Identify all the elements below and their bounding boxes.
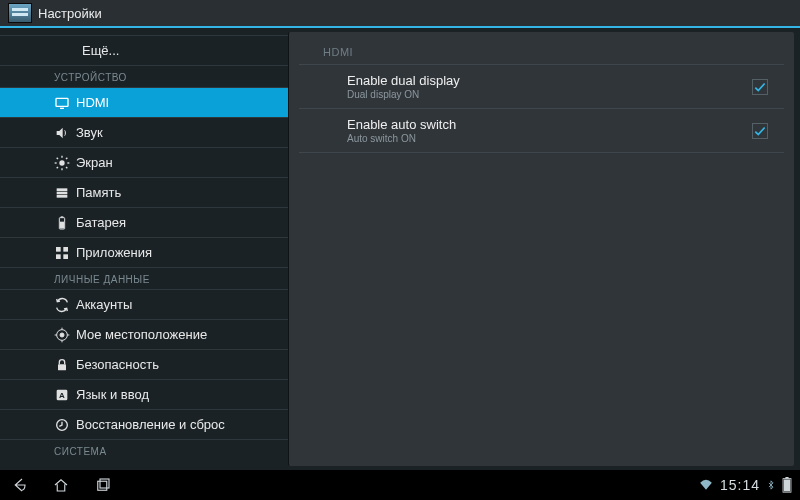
action-bar-title: Настройки bbox=[38, 6, 102, 21]
svg-line-8 bbox=[66, 167, 67, 168]
sidebar-item-more[interactable]: Ещё... bbox=[0, 36, 288, 66]
bluetooth-icon bbox=[766, 478, 776, 492]
svg-rect-35 bbox=[784, 479, 790, 491]
sidebar-item-label: Звук bbox=[76, 125, 103, 140]
status-clock: 15:14 bbox=[720, 477, 760, 493]
monitor-icon bbox=[54, 95, 70, 111]
backup-icon bbox=[54, 417, 70, 433]
sidebar-item-apps[interactable]: Приложения bbox=[0, 238, 288, 268]
sidebar-item-display[interactable]: Экран bbox=[0, 148, 288, 178]
svg-line-10 bbox=[66, 157, 67, 158]
svg-rect-27 bbox=[58, 364, 66, 370]
setting-row-auto-switch[interactable]: Enable auto switch Auto switch ON bbox=[299, 109, 784, 153]
checkbox-dual-display[interactable] bbox=[752, 79, 768, 95]
sidebar-item-label: Экран bbox=[76, 155, 113, 170]
apps-icon bbox=[54, 245, 70, 261]
svg-rect-13 bbox=[57, 195, 68, 198]
sidebar-item-hdmi[interactable]: HDMI bbox=[0, 88, 288, 118]
sidebar-item-location[interactable]: Мое местоположение bbox=[0, 320, 288, 350]
sidebar-item-sound[interactable]: Звук bbox=[0, 118, 288, 148]
lock-icon bbox=[54, 357, 70, 373]
sidebar-item-label: Память bbox=[76, 185, 121, 200]
detail-panel: HDMI Enable dual display Dual display ON… bbox=[288, 32, 794, 466]
back-button[interactable] bbox=[8, 474, 30, 496]
setting-title: Enable dual display bbox=[347, 73, 752, 88]
sidebar-item-label: Аккаунты bbox=[76, 297, 132, 312]
setting-subtitle: Dual display ON bbox=[347, 89, 752, 100]
sidebar-category-device: УСТРОЙСТВО bbox=[0, 66, 288, 88]
svg-point-22 bbox=[60, 333, 64, 337]
sidebar-item-truncated[interactable] bbox=[0, 28, 288, 36]
sidebar-item-label: Мое местоположение bbox=[76, 327, 207, 342]
sidebar-category-personal: ЛИЧНЫЕ ДАННЫЕ bbox=[0, 268, 288, 290]
setting-row-dual-display[interactable]: Enable dual display Dual display ON bbox=[299, 65, 784, 109]
sidebar-item-label: Восстановление и сброс bbox=[76, 417, 225, 432]
sidebar-item-language[interactable]: A Язык и ввод bbox=[0, 380, 288, 410]
svg-rect-16 bbox=[60, 221, 64, 228]
sidebar-item-security[interactable]: Безопасность bbox=[0, 350, 288, 380]
sidebar-item-label: Приложения bbox=[76, 245, 152, 260]
home-button[interactable] bbox=[50, 474, 72, 496]
settings-sidebar: Ещё... УСТРОЙСТВО HDMI Звук bbox=[0, 28, 288, 470]
svg-rect-11 bbox=[57, 188, 68, 191]
setting-subtitle: Auto switch ON bbox=[347, 133, 752, 144]
svg-rect-32 bbox=[100, 479, 109, 488]
svg-rect-0 bbox=[56, 98, 68, 106]
svg-rect-18 bbox=[63, 247, 68, 252]
svg-text:A: A bbox=[59, 391, 65, 400]
sidebar-item-label: Безопасность bbox=[76, 357, 159, 372]
sync-icon bbox=[54, 297, 70, 313]
svg-rect-15 bbox=[61, 216, 64, 217]
svg-rect-1 bbox=[60, 107, 64, 108]
location-icon bbox=[54, 327, 70, 343]
sidebar-item-label: Ещё... bbox=[82, 43, 119, 58]
sidebar-item-label: HDMI bbox=[76, 95, 109, 110]
sidebar-category-system: СИСТЕМА bbox=[0, 440, 288, 461]
svg-rect-34 bbox=[785, 477, 788, 479]
svg-rect-17 bbox=[56, 247, 61, 252]
sidebar-item-label: Язык и ввод bbox=[76, 387, 149, 402]
recent-apps-button[interactable] bbox=[92, 474, 114, 496]
detail-header: HDMI bbox=[299, 32, 784, 65]
sidebar-item-label: Батарея bbox=[76, 215, 126, 230]
battery-status-icon bbox=[782, 477, 792, 493]
setting-title: Enable auto switch bbox=[347, 117, 752, 132]
svg-line-9 bbox=[57, 167, 58, 168]
sidebar-item-storage[interactable]: Память bbox=[0, 178, 288, 208]
svg-rect-20 bbox=[63, 254, 68, 259]
settings-app-icon bbox=[8, 3, 32, 23]
battery-icon bbox=[54, 215, 70, 231]
action-bar: Настройки bbox=[0, 0, 800, 28]
sidebar-item-accounts[interactable]: Аккаунты bbox=[0, 290, 288, 320]
wifi-icon bbox=[698, 478, 714, 492]
svg-point-2 bbox=[59, 160, 64, 165]
storage-icon bbox=[54, 185, 70, 201]
brightness-icon bbox=[54, 155, 70, 171]
system-nav-bar: 15:14 bbox=[0, 470, 800, 500]
speaker-icon bbox=[54, 125, 70, 141]
svg-rect-19 bbox=[56, 254, 61, 259]
sidebar-item-battery[interactable]: Батарея bbox=[0, 208, 288, 238]
svg-line-7 bbox=[57, 157, 58, 158]
language-icon: A bbox=[54, 387, 70, 403]
sidebar-item-backup[interactable]: Восстановление и сброс bbox=[0, 410, 288, 440]
svg-rect-12 bbox=[57, 191, 68, 194]
checkbox-auto-switch[interactable] bbox=[752, 123, 768, 139]
svg-rect-31 bbox=[98, 481, 107, 490]
